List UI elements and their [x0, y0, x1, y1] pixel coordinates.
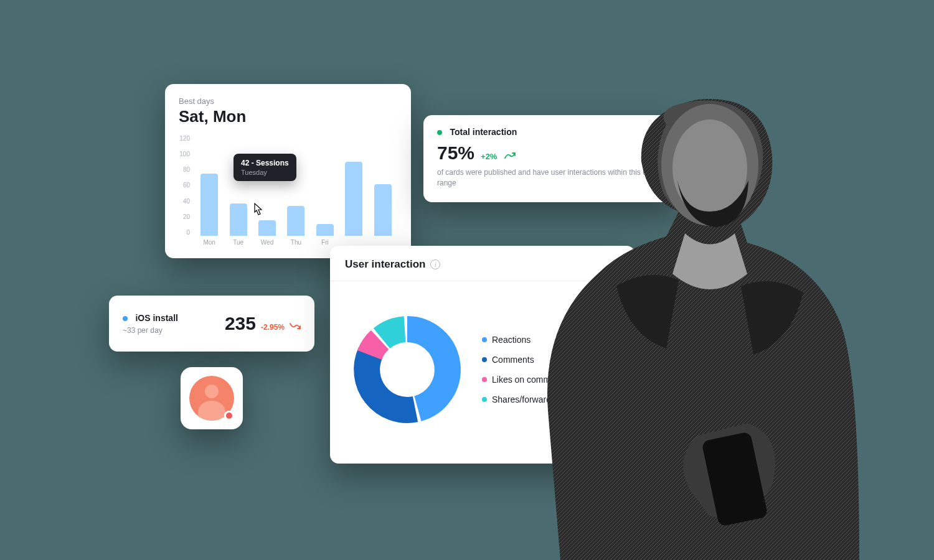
- total-interaction-value: 75%: [437, 142, 474, 164]
- ios-install-title: iOS install: [135, 313, 177, 323]
- tooltip-label: Tuesday: [241, 169, 289, 176]
- legend-dot-icon: [482, 357, 487, 362]
- best-days-bar-chart: 120 100 80 60 40 20 0 42 - Sessions Tues…: [179, 135, 397, 247]
- total-interaction-title: Total interaction: [450, 127, 517, 137]
- total-interaction-delta: +2%: [481, 152, 497, 161]
- person-photo: [523, 87, 872, 560]
- y-axis: 120 100 80 60 40 20 0: [179, 135, 195, 247]
- ios-install-card: iOS install ~33 per day 235 -2.95%: [109, 296, 314, 352]
- legend-dot-icon: [482, 397, 487, 402]
- y-tick: 100: [179, 151, 190, 157]
- ios-install-delta: -2.95%: [261, 323, 285, 332]
- status-dot-icon: [123, 316, 128, 321]
- y-tick: 120: [179, 135, 190, 142]
- user-interaction-title: User interaction: [345, 258, 425, 271]
- info-icon[interactable]: i: [430, 259, 440, 269]
- y-tick: 80: [179, 166, 190, 173]
- bar-tue[interactable]: Tue: [228, 203, 249, 236]
- best-days-label: Best days: [179, 96, 397, 106]
- donut-chart: [345, 307, 469, 432]
- bar-fri[interactable]: Fri: [314, 224, 336, 236]
- avatar-card[interactable]: [181, 367, 243, 429]
- bar-sun[interactable]: [372, 184, 394, 236]
- bar-wed[interactable]: Wed: [257, 220, 278, 236]
- bar-sat[interactable]: [343, 162, 364, 236]
- ios-install-left: iOS install ~33 per day: [123, 312, 178, 335]
- tooltip-value: 42 - Sessions: [241, 159, 289, 167]
- trend-up-icon: [504, 151, 516, 162]
- trend-down-icon: [290, 321, 301, 332]
- best-days-card: Best days Sat, Mon 120 100 80 60 40 20 0…: [165, 84, 411, 258]
- y-tick: 20: [179, 213, 190, 220]
- legend-dot-icon: [482, 337, 487, 342]
- y-tick: 0: [179, 229, 190, 236]
- bars-area: 42 - Sessions Tuesday Mon Tue Wed Thu Fr…: [195, 135, 397, 247]
- status-dot-icon: [437, 130, 442, 135]
- best-days-value: Sat, Mon: [179, 107, 397, 126]
- pointer-cursor-icon: [251, 202, 265, 220]
- bar-thu[interactable]: Thu: [285, 206, 306, 236]
- y-tick: 40: [179, 198, 190, 205]
- bar-mon[interactable]: Mon: [199, 174, 220, 236]
- y-tick: 60: [179, 182, 190, 189]
- ios-install-subtitle: ~33 per day: [123, 326, 178, 335]
- ios-install-value: 235: [225, 313, 256, 334]
- notification-badge-icon: [224, 411, 234, 421]
- ios-install-right: 235 -2.95%: [225, 313, 301, 334]
- ios-install-header: iOS install: [123, 312, 178, 324]
- chart-tooltip: 42 - Sessions Tuesday: [234, 154, 296, 181]
- legend-dot-icon: [482, 377, 487, 382]
